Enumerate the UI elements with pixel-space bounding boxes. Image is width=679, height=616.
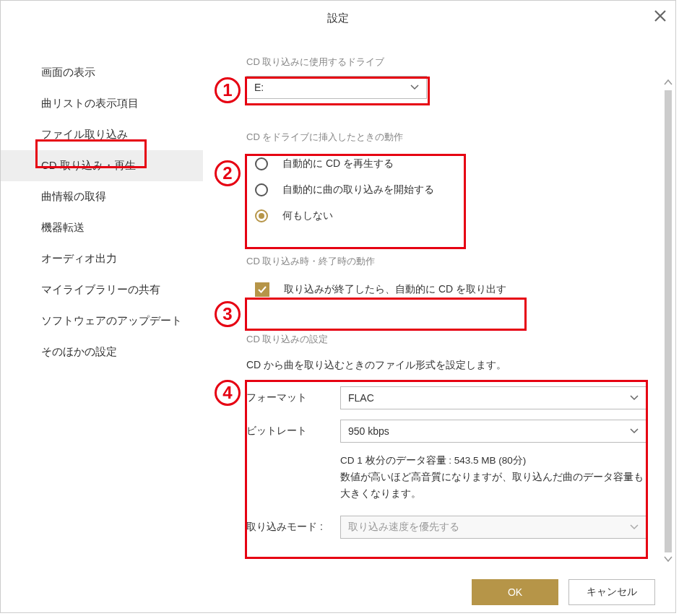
radio-icon	[255, 209, 268, 222]
bitrate-select[interactable]: 950 kbps	[340, 420, 646, 443]
sidebar-item-display[interactable]: 画面の表示	[1, 57, 203, 88]
mode-value: 取り込み速度を優先する	[348, 521, 459, 534]
format-row: フォーマット FLAC	[246, 386, 646, 409]
annotation-marker-1: 1	[215, 77, 241, 103]
annotation-marker-3: 3	[215, 301, 241, 327]
sidebar: 画面の表示 曲リストの表示項目 ファイル取り込み CD 取り込み・再生 曲情報の…	[1, 35, 203, 572]
capacity-info: CD 1 枚分のデータ容量 : 543.5 MB (80分)	[340, 453, 646, 469]
radio-label: 何もしない	[282, 209, 333, 222]
end-action-label: CD 取り込み時・終了時の動作	[246, 255, 646, 268]
sidebar-item-software-update[interactable]: ソフトウェアのアップデート	[1, 305, 203, 337]
bitrate-value: 950 kbps	[348, 425, 389, 437]
format-value: FLAC	[348, 392, 374, 404]
content-panel: CD 取り込みに使用するドライブ E: CD をドライブに挿入したときの動作 自…	[203, 35, 675, 572]
checkbox-label: 取り込みが終了したら、自動的に CD を取り出す	[284, 283, 506, 296]
bitrate-row: ビットレート 950 kbps	[246, 420, 646, 443]
sidebar-item-audio-output[interactable]: オーディオ出力	[1, 243, 203, 274]
cancel-button[interactable]: キャンセル	[568, 579, 655, 605]
scroll-up-icon[interactable]	[662, 79, 674, 87]
annotation-marker-2: 2	[215, 160, 241, 186]
insert-action-radios: 自動的に CD を再生する 自動的に曲の取り込みを開始する 何もしない	[246, 151, 463, 229]
import-settings-label: CD 取り込みの設定	[246, 333, 646, 346]
sidebar-item-other[interactable]: そのほかの設定	[1, 337, 203, 368]
drive-section-label: CD 取り込みに使用するドライブ	[246, 56, 646, 69]
radio-label: 自動的に曲の取り込みを開始する	[282, 183, 434, 196]
chevron-down-icon	[630, 522, 639, 532]
footer: OK キャンセル	[1, 572, 675, 612]
chevron-down-icon	[630, 393, 639, 403]
scrollbar[interactable]	[662, 79, 674, 606]
sidebar-item-list-columns[interactable]: 曲リストの表示項目	[1, 88, 203, 119]
radio-icon	[255, 157, 268, 170]
sidebar-item-cd-import-play[interactable]: CD 取り込み・再生	[1, 150, 203, 181]
window-title: 設定	[327, 12, 349, 25]
titlebar: 設定	[1, 1, 675, 35]
drive-value: E:	[254, 82, 264, 93]
mode-row: 取り込みモード : 取り込み速度を優先する	[246, 516, 646, 539]
sidebar-item-library-share[interactable]: マイライブラリーの共有	[1, 274, 203, 305]
mode-select[interactable]: 取り込み速度を優先する	[340, 516, 646, 539]
body: 画面の表示 曲リストの表示項目 ファイル取り込み CD 取り込み・再生 曲情報の…	[1, 35, 675, 572]
scrollbar-thumb[interactable]	[665, 90, 672, 552]
radio-label: 自動的に CD を再生する	[282, 157, 394, 170]
chevron-down-icon	[410, 82, 419, 92]
insert-action-label: CD をドライブに挿入したときの動作	[246, 131, 646, 144]
radio-icon	[255, 183, 268, 196]
radio-do-nothing[interactable]: 何もしない	[246, 203, 463, 229]
close-icon[interactable]	[654, 8, 667, 27]
sidebar-item-track-info[interactable]: 曲情報の取得	[1, 181, 203, 212]
sidebar-item-file-import[interactable]: ファイル取り込み	[1, 119, 203, 150]
chevron-down-icon	[630, 426, 639, 436]
checkbox-icon	[255, 282, 269, 297]
annotation-marker-4: 4	[215, 380, 241, 406]
radio-auto-play[interactable]: 自動的に CD を再生する	[246, 151, 463, 177]
quality-info: 数値が高いほど高音質になりますが、取り込んだ曲のデータ容量も大きくなります。	[340, 469, 646, 503]
settings-window: 設定 画面の表示 曲リストの表示項目 ファイル取り込み CD 取り込み・再生 曲…	[0, 0, 676, 613]
format-label: フォーマット	[246, 391, 340, 404]
checkbox-eject-after[interactable]: 取り込みが終了したら、自動的に CD を取り出す	[246, 275, 646, 304]
import-settings-desc: CD から曲を取り込むときのファイル形式を設定します。	[246, 359, 646, 372]
bitrate-label: ビットレート	[246, 425, 340, 438]
ok-button[interactable]: OK	[472, 579, 558, 605]
scroll-down-icon[interactable]	[662, 555, 674, 564]
format-select[interactable]: FLAC	[340, 386, 646, 409]
mode-label: 取り込みモード :	[246, 521, 340, 534]
sidebar-item-device-transfer[interactable]: 機器転送	[1, 212, 203, 243]
radio-auto-import[interactable]: 自動的に曲の取り込みを開始する	[246, 177, 463, 203]
drive-select[interactable]: E:	[246, 76, 427, 99]
